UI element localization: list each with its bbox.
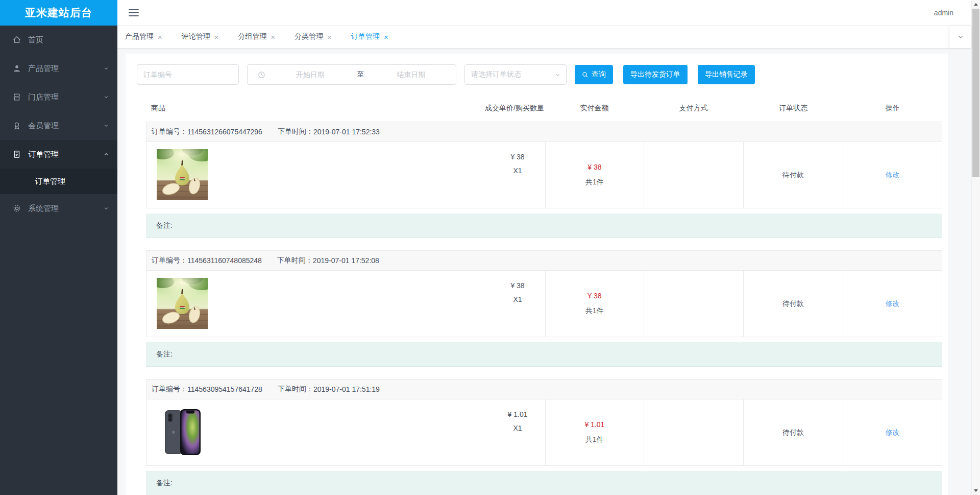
tab-label: 分组管理: [238, 32, 267, 41]
order-block: 订单编号：1145631160748085248 下单时间：2019-07-01…: [146, 250, 942, 367]
order-number: 1145630954157641728: [187, 385, 262, 393]
sidebar-item-system[interactable]: 系统管理: [0, 194, 117, 223]
unit-price-qty: ¥ 1.01 X1: [497, 408, 538, 465]
chevron-down-icon: [103, 65, 110, 72]
product-image-iphone: [157, 407, 208, 458]
order-number-input[interactable]: [137, 64, 239, 85]
scrollbar-thumb[interactable]: [972, 9, 979, 177]
clock-icon: [258, 71, 265, 79]
export-sales-records-button[interactable]: 导出销售记录: [698, 65, 755, 84]
order-row: ¥ 1.01 X1 ¥ 1.01 共1件: [146, 399, 942, 466]
total-count: 共1件: [585, 307, 604, 316]
unit-price: ¥ 1.01: [497, 408, 538, 421]
paid-amount-cell: ¥ 38 共1件: [545, 142, 644, 208]
product-cell: ¥ 1.01 X1: [146, 399, 545, 465]
paid-amount: ¥ 38: [587, 163, 601, 171]
order-number-label: 订单编号：: [152, 385, 187, 394]
order-status-cell: 待付款: [743, 271, 843, 337]
page-scrollbar[interactable]: [971, 0, 980, 495]
order-number: 1145631160748085248: [187, 256, 262, 265]
table-header-row: 商品 成交单价/购买数量 实付金额 支付方式 订单状态 操作: [146, 102, 942, 114]
sidebar-item-home[interactable]: 首页: [0, 26, 117, 54]
payment-method-cell: [644, 399, 743, 465]
start-date-input[interactable]: [265, 70, 355, 79]
username[interactable]: admin: [934, 9, 953, 17]
col-header-paid-amount: 实付金额: [545, 104, 644, 113]
tab-comment-management[interactable]: 评论管理 ×: [182, 32, 219, 41]
order-status: 待付款: [782, 299, 804, 309]
order-block: 订单编号：1145630954157641728 下单时间：2019-07-01…: [146, 379, 942, 495]
modify-link[interactable]: 修改: [886, 171, 900, 180]
tab-order-management[interactable]: 订单管理 ×: [351, 32, 388, 41]
order-header: 订单编号：1145630954157641728 下单时间：2019-07-01…: [146, 379, 942, 399]
close-icon[interactable]: ×: [327, 33, 332, 41]
sidebar-item-label: 门店管理: [28, 92, 103, 102]
order-card: 至 请选择订单状态 查询 导出待发货订单 导出销售记录: [126, 54, 948, 495]
export-pending-orders-button[interactable]: 导出待发货订单: [623, 65, 688, 84]
col-header-payment-method: 支付方式: [644, 104, 743, 113]
payment-method-cell: [644, 142, 743, 208]
product-cell: ¥ 38 X1: [146, 142, 545, 208]
date-range-picker[interactable]: 至: [247, 64, 456, 85]
end-date-input[interactable]: [366, 70, 456, 79]
order-status-select[interactable]: 请选择订单状态: [464, 64, 567, 85]
order-time: 2019-07-01 17:51:19: [313, 385, 380, 393]
app-logo: 亚米建站后台: [0, 0, 117, 26]
select-placeholder: 请选择订单状态: [471, 70, 521, 79]
tab-group-management[interactable]: 分组管理 ×: [238, 32, 276, 41]
chevron-up-icon: [103, 151, 110, 158]
scrollbar-down-arrow-icon[interactable]: [974, 489, 978, 492]
close-icon[interactable]: ×: [158, 33, 162, 41]
hamburger-menu-icon[interactable]: [129, 9, 139, 16]
paid-amount-cell: ¥ 1.01 共1件: [545, 399, 644, 465]
sidebar-item-products[interactable]: 产品管理: [0, 54, 117, 83]
paid-amount: ¥ 38: [587, 292, 601, 300]
total-count: 共1件: [585, 178, 604, 187]
unit-price-qty: ¥ 38 X1: [497, 150, 538, 208]
home-icon: [12, 35, 21, 44]
sidebar-item-label: 产品管理: [28, 64, 103, 74]
scrollbar-up-arrow-icon[interactable]: [974, 3, 978, 6]
close-icon[interactable]: ×: [271, 33, 276, 41]
tab-label: 分类管理: [295, 32, 323, 41]
col-header-order-status: 订单状态: [743, 104, 843, 113]
unit-price: ¥ 38: [497, 150, 538, 164]
tab-product-management[interactable]: 产品管理 ×: [125, 32, 162, 41]
order-time-label: 下单时间：: [278, 385, 313, 394]
col-header-unit-price-qty: 成交单价/购买数量: [485, 104, 545, 113]
remark-label: 备注:: [156, 350, 173, 359]
order-number: 1145631266075447296: [187, 128, 262, 136]
gear-icon: [12, 204, 21, 213]
tab-label: 产品管理: [125, 32, 154, 41]
unit-price-qty: ¥ 38 X1: [497, 279, 538, 337]
remark-row: 备注:: [146, 342, 942, 367]
chevron-down-icon: [957, 33, 964, 40]
sidebar-item-members[interactable]: 会员管理: [0, 111, 117, 140]
modify-link[interactable]: 修改: [886, 428, 900, 437]
chevron-down-icon: [103, 205, 110, 212]
sidebar-item-orders[interactable]: 订单管理: [0, 140, 117, 169]
sidebar-item-stores[interactable]: 门店管理: [0, 83, 117, 111]
search-button[interactable]: 查询: [575, 65, 613, 84]
order-status-cell: 待付款: [743, 142, 843, 208]
app-root: 亚米建站后台 首页 产品管理 门店管理 会员管理: [0, 0, 980, 495]
close-icon[interactable]: ×: [214, 33, 219, 41]
sidebar-subitem-order-management[interactable]: 订单管理: [0, 169, 117, 194]
modify-link[interactable]: 修改: [886, 299, 900, 309]
chevron-down-icon: [103, 93, 110, 101]
order-row: ¥ 38 X1 ¥ 38 共1件: [146, 142, 942, 208]
order-number-label: 订单编号：: [152, 256, 187, 265]
sidebar-group-orders: 订单管理 订单管理: [0, 140, 117, 194]
order-time: 2019-07-01 17:52:33: [313, 128, 380, 136]
order-block: 订单编号：1145631266075447296 下单时间：2019-07-01…: [146, 122, 942, 238]
sidebar-item-label: 会员管理: [28, 121, 103, 131]
paid-amount: ¥ 1.01: [584, 420, 604, 429]
tab-list-collapse-button[interactable]: [950, 26, 971, 48]
product-image-pears: [157, 278, 208, 329]
remark-label: 备注:: [156, 221, 173, 230]
payment-method-cell: [644, 271, 743, 337]
close-icon[interactable]: ×: [384, 33, 388, 41]
tab-category-management[interactable]: 分类管理 ×: [295, 32, 332, 41]
remark-row: 备注:: [146, 471, 942, 495]
order-document-icon: [12, 150, 21, 159]
